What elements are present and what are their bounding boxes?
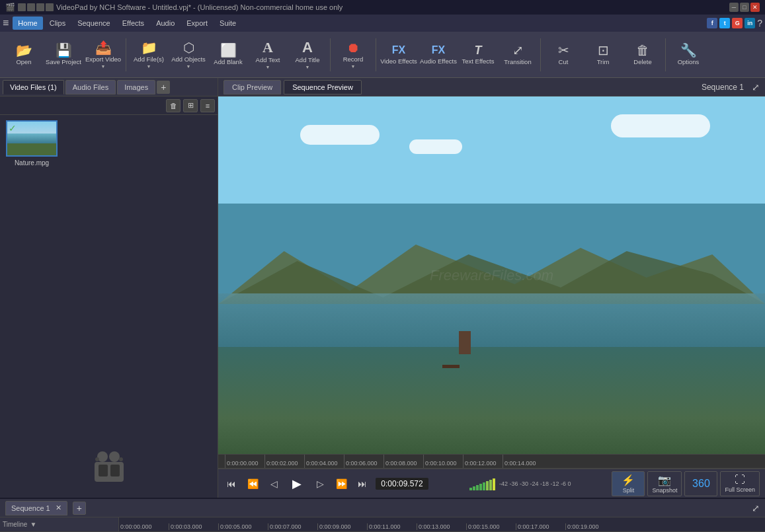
titlebar-title: VideoPad by NCH Software - Untitled.vpj*… (56, 3, 342, 11)
expand-timeline-button[interactable]: ⤢ (752, 503, 760, 513)
add-objects-icon: ⬡ (183, 41, 194, 54)
left-panel: Video Files (1) Audio Files Images + 🗑 ⊞… (0, 78, 218, 498)
open-button[interactable]: 📂 Open (5, 35, 42, 75)
fullscreen-icon: ⛶ (735, 474, 745, 486)
suite-menu[interactable]: Suite (214, 17, 241, 30)
effects-menu[interactable]: Effects (117, 17, 149, 30)
transition-icon: ⤢ (512, 44, 524, 57)
separator3 (376, 38, 376, 71)
export-video-button[interactable]: 📤 Export Video ▼ (85, 35, 122, 75)
snapshot-button[interactable]: 📷 Snapshot (647, 471, 682, 496)
timeline-header: Sequence 1 ✕ + ⤢ (0, 499, 765, 517)
record-button[interactable]: ⏺ Record ▼ (335, 35, 372, 75)
360-icon: 360 (692, 478, 710, 490)
audio-menu[interactable]: Audio (151, 17, 180, 30)
thumbnail-view-button[interactable]: ⊞ (183, 99, 198, 112)
open-icon: 📂 (16, 44, 32, 57)
video-thumbnail: ✓ (6, 120, 58, 157)
timeline-dropdown-icon[interactable]: ▼ (30, 521, 36, 528)
text-fx-icon: T (475, 44, 482, 56)
sequence-preview-tab[interactable]: Sequence Preview (284, 80, 362, 95)
list-view-button[interactable]: ≡ (200, 99, 215, 112)
svg-rect-3 (99, 465, 108, 476)
close-button[interactable]: ✕ (750, 3, 760, 12)
separator4 (540, 38, 541, 71)
delete-button[interactable]: 🗑 Delete (624, 35, 661, 75)
step-forward-button[interactable]: ▷ (312, 476, 328, 492)
main-content: Video Files (1) Audio Files Images + 🗑 ⊞… (0, 78, 765, 498)
svg-point-5 (95, 457, 99, 461)
export-menu[interactable]: Export (181, 17, 213, 30)
add-text-button[interactable]: A Add Text ▼ (249, 35, 286, 75)
add-sequence-button[interactable]: + (73, 502, 86, 515)
add-title-button[interactable]: A Add Title ▼ (289, 35, 326, 75)
social-icons: f t G in ? (707, 18, 762, 28)
volume-labels: -42 -36 -30 -24 -18 -12 -6 0 (499, 480, 571, 487)
right-controls: ⚡ Split 📷 Snapshot 360 ⛶ Full Screen (612, 471, 760, 496)
trim-button[interactable]: ⊡ Trim (584, 35, 622, 75)
record-icon: ⏺ (346, 41, 360, 54)
add-objects-button[interactable]: ⬡ Add Objects ▼ (170, 35, 207, 75)
svg-point-6 (119, 457, 123, 461)
play-button[interactable]: ▶ (287, 474, 307, 494)
file-toolbar: 🗑 ⊞ ≡ (0, 96, 218, 115)
last-frame-button[interactable]: ⏭ (354, 476, 370, 492)
home-menu[interactable]: Home (13, 17, 42, 30)
file-content: ✓ Nature.mpg (0, 115, 218, 498)
sequence-menu[interactable]: Sequence (72, 17, 116, 30)
close-seq-icon[interactable]: ✕ (56, 504, 61, 512)
volume-section: -42 -36 -30 -24 -18 -12 -6 0 (469, 477, 571, 490)
snapshot-icon: 📷 (658, 474, 671, 486)
sequence-tab[interactable]: Sequence 1 ✕ (5, 501, 67, 515)
options-button[interactable]: 🔧 Options (670, 35, 707, 75)
file-check-icon: ✓ (9, 123, 17, 133)
audio-files-tab[interactable]: Audio Files (65, 80, 116, 95)
add-files-icon: 📁 (141, 41, 157, 54)
cut-icon: ✂ (558, 44, 569, 57)
titlebar: 🎬 VideoPad by NCH Software - Untitled.vp… (0, 0, 765, 15)
transition-button[interactable]: ⤢ Transition (499, 35, 536, 75)
export-icon: 📤 (95, 41, 112, 54)
playback-controls: ⏮ ⏪ ◁ ▶ ▷ ⏩ ⏭ 0:00:09.572 -42 -36 -30 (218, 469, 765, 498)
add-text-icon: A (262, 40, 273, 55)
file-name-label: Nature.mpg (15, 159, 49, 167)
images-tab[interactable]: Images (117, 80, 155, 95)
cut-button[interactable]: ✂ Cut (545, 35, 582, 75)
timeline-marks: 0:00:00.000 0:00:03.000 0:00:05.000 0:00… (119, 517, 765, 531)
skip-to-start-button[interactable]: ⏮ (223, 476, 239, 492)
preview-timeline-ruler: 0:00:00.000 0:00:02.000 0:00:04.000 0:00… (218, 454, 765, 469)
video-file-item[interactable]: ✓ Nature.mpg (5, 120, 58, 167)
clips-menu[interactable]: Clips (44, 17, 71, 30)
video-effects-button[interactable]: FX Video Effects (380, 35, 417, 75)
timeline-ruler-row: Timeline ▼ 0:00:00.000 0:00:03.000 0:00:… (0, 517, 765, 532)
split-icon: ⚡ (622, 474, 635, 486)
fullscreen-button[interactable]: ⛶ Full Screen (720, 471, 760, 496)
add-files-button[interactable]: 📁 Add File(s) ▼ (130, 35, 167, 75)
separator5 (665, 38, 666, 71)
save-icon: 💾 (56, 44, 72, 57)
hamburger-icon[interactable]: ≡ (3, 17, 9, 29)
separator (126, 38, 126, 71)
skip-to-end-button[interactable]: ⏩ (333, 476, 349, 492)
add-media-tab-button[interactable]: + (157, 81, 170, 94)
video-fx-icon: FX (392, 44, 405, 56)
menubar: ≡ Home Clips Sequence Effects Audio Expo… (0, 15, 765, 32)
maximize-button[interactable]: □ (740, 3, 749, 12)
preview-area: Clip Preview Sequence Preview Sequence 1… (218, 78, 765, 498)
delete-icon: 🗑 (636, 44, 649, 57)
split-button[interactable]: ⚡ Split (612, 471, 645, 496)
save-project-button[interactable]: 💾 Save Project (45, 35, 82, 75)
step-back-button[interactable]: ◁ (266, 476, 282, 492)
volume-bar (469, 477, 495, 490)
options-icon: 🔧 (680, 44, 697, 57)
360-button[interactable]: 360 (684, 471, 717, 496)
audio-effects-button[interactable]: FX Audio Effects (420, 35, 457, 75)
expand-preview-button[interactable]: ⤢ (752, 82, 760, 93)
text-effects-button[interactable]: T Text Effects (460, 35, 497, 75)
minimize-button[interactable]: ─ (729, 3, 739, 12)
prev-frame-button[interactable]: ⏪ (245, 476, 261, 492)
video-files-tab[interactable]: Video Files (1) (3, 80, 64, 95)
clip-preview-tab[interactable]: Clip Preview (223, 80, 281, 95)
add-blank-button[interactable]: ⬜ Add Blank (210, 35, 247, 75)
remove-file-button[interactable]: 🗑 (166, 99, 181, 112)
